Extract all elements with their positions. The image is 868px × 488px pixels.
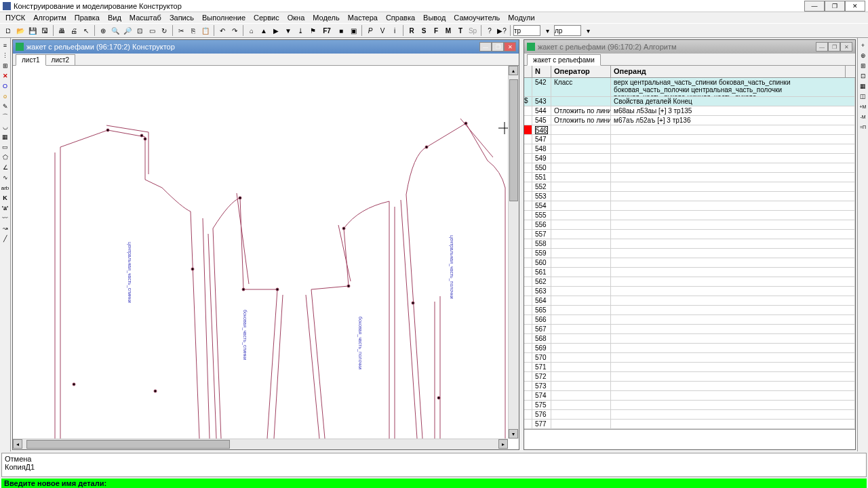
menu-Самоучитель[interactable]: Самоучитель [451,14,502,22]
table-row[interactable]: 554 [524,201,855,211]
menu-Масштаб[interactable]: Масштаб [127,14,164,22]
tool-line[interactable]: ≡ [1,41,10,50]
tool-poly[interactable]: ⬠ [1,152,10,162]
tr-input[interactable] [513,25,540,36]
info-icon[interactable]: i [389,25,400,36]
zoomfit-icon[interactable]: ⊡ [134,25,145,36]
tool-o2[interactable]: o [1,92,10,101]
rtool-3[interactable]: ⊡ [859,71,868,81]
zoom-icon[interactable]: ⊕ [98,25,108,36]
menu-Вывод[interactable]: Вывод [420,14,448,22]
menu-Мастера[interactable]: Мастера [345,14,380,22]
s-button[interactable]: S [418,25,429,36]
table-row[interactable]: 555 [524,211,855,220]
panel-min-button[interactable]: — [479,42,492,52]
table-row[interactable]: 572 [524,372,855,382]
scroll-left-icon[interactable]: ◂ [13,439,22,449]
m-button[interactable]: M [443,25,454,36]
rtool-2[interactable]: ⊞ [859,61,868,70]
table-row[interactable]: 557 [524,230,855,239]
tool-text[interactable]: ▦ [1,132,10,142]
rtool-plus[interactable]: + [859,41,868,50]
saveall-icon[interactable]: 🖫 [39,25,50,36]
tool-angle[interactable]: ∠ [1,163,10,172]
print2-icon[interactable]: 🖨 [68,25,79,36]
table-row[interactable]: 576 [524,410,855,420]
sheet-tab[interactable]: лист2 [45,54,76,65]
menu-Справка[interactable]: Справка [383,14,418,22]
table-row[interactable]: 569 [524,344,855,353]
table-row[interactable]: 553 [524,192,855,201]
tool-arc[interactable]: ⌒ [1,112,10,121]
panel-max-button[interactable]: ❐ [492,42,504,52]
down-icon[interactable]: ▼ [283,25,294,36]
menu-Модули[interactable]: Модули [505,14,537,22]
close-button[interactable]: ✕ [845,1,865,12]
table-row[interactable]: 549 [524,154,855,163]
table-row[interactable]: 559 [524,249,855,258]
tool-path[interactable]: ↝ [1,224,10,233]
menu-Выполнение[interactable]: Выполнение [199,14,248,22]
dropdown2-icon[interactable]: ▾ [583,25,593,36]
zoomout-icon[interactable]: 🔎 [122,25,133,36]
v-scroll-thumb[interactable] [509,79,518,201]
v-button[interactable]: V [377,25,388,36]
table-row[interactable]: 570 [524,353,855,363]
table-row[interactable]: 568 [524,334,855,344]
table-row[interactable]: 552 [524,182,855,192]
table-body[interactable]: 542Классверх центральная_часть_спинки бо… [524,78,855,429]
rtool-5[interactable]: ◫ [859,92,868,101]
table-row[interactable]: 542Классверх центральная_часть_спинки бо… [524,78,855,97]
whatsthis-icon[interactable]: ▶? [496,25,507,36]
t-button[interactable]: T [455,25,466,36]
table-row[interactable] [524,125,855,135]
table-row[interactable]: 573 [524,382,855,391]
cursor-icon[interactable]: ↖ [81,25,92,36]
home-icon[interactable]: ⌂ [246,25,257,36]
stop-icon[interactable]: ■ [336,25,347,36]
canvas[interactable]: центральная_часть_спинки боковая_часть_с… [13,66,519,449]
table-row[interactable]: 562 [524,277,855,287]
scroll-right-icon[interactable]: ▸ [498,439,508,449]
table-row[interactable]: $543Свойства деталей Конец [524,97,855,106]
table-row[interactable]: 561 [524,268,855,277]
input-prompt[interactable]: Введите новое имя детали: [1,479,867,488]
play-icon[interactable]: ▶ [271,25,281,36]
menu-Запись[interactable]: Запись [167,14,197,22]
minimize-button[interactable]: — [804,1,825,12]
table-row[interactable]: 551 [524,173,855,182]
p-button[interactable]: P [365,25,376,36]
help-icon[interactable]: ? [484,25,495,36]
panel-close-button[interactable]: ✕ [840,42,852,52]
lr-input[interactable] [554,25,581,36]
menu-Вид[interactable]: Вид [105,14,124,22]
f7-button[interactable]: F7 [319,25,334,36]
table-row[interactable]: 564 [524,296,855,306]
panel-max-button[interactable]: ❐ [828,42,840,52]
up-icon[interactable]: ▲ [258,25,269,36]
rtool-p[interactable]: =П [859,122,868,131]
table-row[interactable]: 556 [524,220,855,230]
table-row[interactable]: 545Отложить по линиим67аъ л52аъ [+] 3 тр… [524,116,855,125]
tool-list[interactable]: ⋮ [1,51,10,60]
table-row[interactable]: 565 [524,306,855,315]
tool-shape[interactable]: ◡ [1,122,10,131]
rtool-m2[interactable]: -M [859,112,868,121]
refresh-icon[interactable]: ↻ [159,25,170,36]
menu-Алгоритм[interactable]: Алгоритм [31,14,69,22]
end-icon[interactable]: ⤓ [295,25,306,36]
sp-button[interactable]: Sp [467,25,478,36]
tool-arb[interactable]: arb [1,183,10,192]
tool-o[interactable]: O [1,81,10,91]
tool-k[interactable]: K [1,193,10,203]
print-icon[interactable]: 🖶 [56,25,67,36]
flag-icon[interactable]: ⚑ [307,25,318,36]
table-footer[interactable] [524,429,855,449]
table-row[interactable]: 558 [524,239,855,249]
table-row[interactable]: 547 [524,135,855,144]
tool-line2[interactable]: ╱ [1,234,10,243]
tool-grid[interactable]: ⊞ [1,61,10,70]
tool-edit[interactable]: ✎ [1,102,10,111]
menu-Правка[interactable]: Правка [72,14,102,22]
zoomin-icon[interactable]: 🔍 [110,25,121,36]
